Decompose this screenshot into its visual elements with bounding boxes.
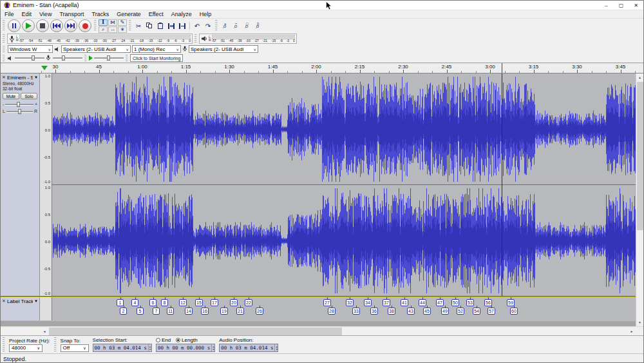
label-track-menu-arrow-icon[interactable]: ▼ bbox=[34, 299, 38, 303]
track-close-button[interactable]: ✕ bbox=[2, 75, 6, 80]
menu-transport[interactable]: Transport bbox=[55, 10, 88, 18]
label-flag[interactable]: 5 bbox=[137, 308, 144, 315]
label-flag[interactable]: 28 bbox=[328, 308, 336, 315]
waveform-lane[interactable] bbox=[52, 74, 636, 296]
label-flag[interactable]: 1 bbox=[117, 299, 124, 306]
audio-position-field[interactable]: 00 h 03 m 04.014 s ▴▾ bbox=[219, 344, 278, 352]
playback-meter[interactable]: LR -57-51-45-39-33-27-21-15-9-30 bbox=[199, 34, 297, 44]
fit-project-button[interactable]: ⌕≡ bbox=[252, 21, 263, 31]
vertical-scrollbar[interactable]: ▲ ▼ bbox=[636, 74, 643, 326]
fit-selection-button[interactable]: ⌕□ bbox=[242, 21, 252, 31]
toolbar-grip[interactable] bbox=[54, 337, 57, 352]
zoom-in-button[interactable]: ⌕+ bbox=[220, 21, 230, 31]
track-menu-arrow-icon[interactable]: ▼ bbox=[34, 75, 38, 79]
menu-file[interactable]: File bbox=[1, 10, 18, 18]
timeshift-tool-button[interactable]: ↔ bbox=[108, 26, 117, 33]
label-lane[interactable]: 1468121517202227323437414447505356592571… bbox=[52, 297, 636, 320]
minimize-button[interactable]: – bbox=[599, 1, 614, 10]
label-flag[interactable]: 19 bbox=[220, 308, 228, 315]
toolbar-grip[interactable] bbox=[3, 55, 5, 61]
label-flag[interactable]: 26 bbox=[256, 308, 263, 315]
label-flag[interactable]: 60 bbox=[510, 308, 518, 315]
toolbar-grip[interactable] bbox=[194, 34, 197, 43]
track-title[interactable]: Eminem - St bbox=[7, 75, 33, 81]
stop-button[interactable] bbox=[36, 19, 49, 32]
selection-tool-button[interactable]: I bbox=[99, 19, 108, 26]
label-flag[interactable]: 52 bbox=[457, 308, 464, 315]
label-flag[interactable]: 53 bbox=[466, 299, 474, 306]
horizontal-scrollbar[interactable]: ◄ ► bbox=[1, 326, 643, 335]
copy-button[interactable] bbox=[144, 21, 155, 31]
trim-audio-button[interactable] bbox=[166, 21, 176, 31]
toolbar-grip[interactable] bbox=[3, 337, 5, 352]
skip-to-start-button[interactable] bbox=[50, 19, 63, 32]
menu-edit[interactable]: Edit bbox=[18, 10, 36, 18]
start-monitoring-button[interactable]: Click to Start Monitoring bbox=[130, 54, 183, 62]
spinner-icon[interactable]: ▴▾ bbox=[148, 344, 151, 351]
label-flag[interactable]: 41 bbox=[401, 299, 408, 306]
length-radio[interactable]: Length bbox=[176, 337, 197, 343]
menu-help[interactable]: Help bbox=[196, 10, 216, 18]
label-flag[interactable]: 50 bbox=[451, 299, 459, 306]
play-button[interactable] bbox=[22, 19, 35, 32]
project-rate-select[interactable]: 48000∨ bbox=[9, 344, 43, 352]
record-button[interactable] bbox=[79, 19, 91, 32]
label-track-title[interactable]: Label Track bbox=[7, 299, 33, 304]
label-flag[interactable]: 38 bbox=[388, 308, 395, 315]
label-flag[interactable]: 54 bbox=[473, 308, 480, 315]
meter-bar-left[interactable] bbox=[19, 35, 191, 37]
skip-to-end-button[interactable] bbox=[64, 19, 77, 32]
menu-view[interactable]: View bbox=[35, 10, 55, 18]
undo-button[interactable]: ↶ bbox=[192, 21, 202, 31]
paste-button[interactable] bbox=[155, 21, 166, 31]
scroll-right-arrow-icon[interactable]: ► bbox=[628, 327, 636, 335]
pause-button[interactable] bbox=[8, 19, 21, 32]
toolbar-grip[interactable] bbox=[3, 46, 5, 52]
solo-button[interactable]: Solo bbox=[21, 93, 37, 99]
output-volume-slider[interactable] bbox=[15, 55, 44, 61]
toolbar-grip[interactable] bbox=[3, 20, 5, 32]
recording-device-select[interactable]: Speakers (2- USB Audi∨ bbox=[189, 45, 258, 53]
meter-bar-left[interactable] bbox=[212, 35, 295, 37]
label-flag[interactable]: 45 bbox=[423, 308, 431, 315]
label-flag[interactable]: 32 bbox=[346, 299, 354, 306]
label-flag[interactable]: 16 bbox=[201, 308, 209, 315]
toolbar-grip[interactable] bbox=[94, 20, 97, 32]
label-flag[interactable]: 17 bbox=[211, 299, 218, 306]
label-flag[interactable]: 11 bbox=[167, 308, 174, 315]
label-flag[interactable]: 34 bbox=[364, 299, 372, 306]
menu-tracks[interactable]: Tracks bbox=[88, 10, 113, 18]
multi-tool-button[interactable]: ∗ bbox=[118, 26, 127, 33]
label-track-control-panel[interactable]: ✕ Label Track ▼ bbox=[1, 297, 40, 320]
label-flag[interactable]: 49 bbox=[441, 308, 449, 315]
label-flag[interactable]: 44 bbox=[419, 299, 426, 306]
cut-button[interactable]: ✂ bbox=[133, 21, 144, 31]
label-flag[interactable]: 43 bbox=[407, 308, 415, 315]
label-flag[interactable]: 36 bbox=[370, 308, 378, 315]
playback-speed-slider[interactable] bbox=[94, 55, 124, 61]
selection-length-field[interactable]: 00 h 00 m 00.000 s ▴▾ bbox=[156, 344, 215, 352]
mute-button[interactable]: Mute bbox=[3, 93, 19, 99]
track-control-panel[interactable]: ✕ Eminem - St ▼ Stereo, 48000Hz 32-bit f… bbox=[1, 74, 40, 296]
label-flag[interactable]: 27 bbox=[323, 299, 331, 306]
label-flag[interactable]: 7 bbox=[153, 308, 160, 315]
toolbar-grip[interactable] bbox=[3, 34, 5, 43]
maximize-button[interactable]: ▢ bbox=[614, 1, 629, 10]
redo-button[interactable]: ↷ bbox=[203, 21, 213, 31]
window-titlebar[interactable]: Eminem - Stan (Acapella) – ▢ ✕ bbox=[1, 1, 643, 10]
horizontal-scroll-thumb[interactable] bbox=[49, 328, 342, 335]
label-flag[interactable]: 33 bbox=[352, 308, 360, 315]
label-flag[interactable]: 22 bbox=[245, 299, 252, 306]
close-button[interactable]: ✕ bbox=[629, 1, 643, 10]
label-track-close-button[interactable]: ✕ bbox=[2, 299, 6, 304]
menu-generate[interactable]: Generate bbox=[113, 10, 145, 18]
label-flag[interactable]: 21 bbox=[236, 308, 244, 315]
waveform-canvas[interactable] bbox=[52, 74, 636, 296]
toolbar-grip[interactable] bbox=[84, 55, 87, 61]
label-flag[interactable]: 47 bbox=[436, 299, 444, 306]
silence-audio-button[interactable] bbox=[177, 21, 187, 31]
playback-device-select[interactable]: Speakers (2- USB Audi∨ bbox=[61, 45, 131, 53]
input-volume-slider[interactable] bbox=[53, 55, 82, 61]
vertical-amplitude-ruler[interactable]: 1.00.50.0-0.5-1.0 1.00.50.0-0.5-1.0 bbox=[40, 74, 52, 296]
menu-analyze[interactable]: Analyze bbox=[167, 10, 196, 18]
